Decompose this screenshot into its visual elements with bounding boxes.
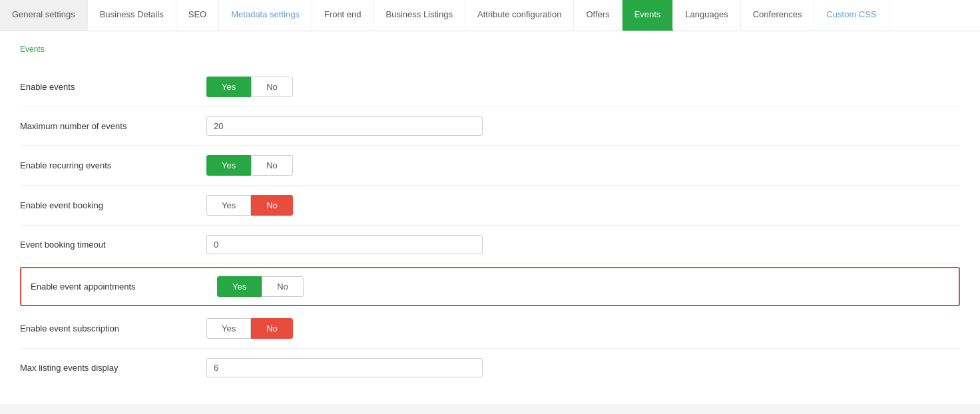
yes-button-enable-recurring-events[interactable]: Yes (206, 155, 251, 176)
setting-row-event-booking-timeout: Event booking timeout (20, 226, 960, 264)
setting-label-maximum-number-of-events: Maximum number of events (20, 121, 206, 131)
tab-front-end[interactable]: Front end (312, 0, 374, 31)
setting-row-enable-event-appointments: Enable event appointmentsYesNo (31, 276, 949, 297)
setting-label-enable-event-booking: Enable event booking (20, 200, 206, 210)
setting-label-enable-events: Enable events (20, 82, 206, 92)
yes-button-enable-event-booking[interactable]: Yes (206, 195, 251, 216)
no-button-enable-events[interactable]: No (251, 77, 293, 97)
yes-button-enable-event-appointments[interactable]: Yes (217, 276, 262, 297)
no-button-enable-event-appointments[interactable]: No (262, 276, 304, 297)
setting-control-max-listing-events-display (206, 358, 483, 377)
no-button-enable-event-booking[interactable]: No (251, 195, 293, 216)
input-max-listing-events-display[interactable] (206, 358, 483, 377)
setting-label-enable-event-appointments: Enable event appointments (31, 282, 217, 292)
input-maximum-number-of-events[interactable] (206, 116, 483, 136)
setting-label-enable-recurring-events: Enable recurring events (20, 160, 206, 170)
section-label: Events (20, 45, 960, 54)
tab-languages[interactable]: Languages (673, 0, 740, 31)
setting-control-event-booking-timeout (206, 235, 483, 254)
setting-control-enable-events: YesNo (206, 77, 293, 97)
yes-button-enable-event-subscription[interactable]: Yes (206, 318, 251, 339)
highlighted-setting-enable-event-appointments: Enable event appointmentsYesNo (20, 267, 960, 306)
setting-row-maximum-number-of-events: Maximum number of events (20, 107, 960, 146)
tab-conferences[interactable]: Conferences (741, 0, 815, 31)
settings-list: Enable eventsYesNoMaximum number of even… (20, 67, 960, 387)
tab-events[interactable]: Events (622, 0, 674, 31)
main-content: Events Enable eventsYesNoMaximum number … (0, 31, 980, 404)
tab-general-settings[interactable]: General settings (0, 0, 88, 31)
setting-row-enable-event-booking: Enable event bookingYesNo (20, 186, 960, 226)
setting-row-enable-recurring-events: Enable recurring eventsYesNo (20, 146, 960, 186)
setting-row-enable-event-subscription: Enable event subscriptionYesNo (20, 309, 960, 349)
tabs-bar: General settingsBusiness DetailsSEOMetad… (0, 0, 980, 31)
input-event-booking-timeout[interactable] (206, 235, 483, 254)
tab-offers[interactable]: Offers (574, 0, 622, 31)
setting-label-max-listing-events-display: Max listing events display (20, 363, 206, 373)
yes-button-enable-events[interactable]: Yes (206, 77, 251, 97)
setting-control-maximum-number-of-events (206, 116, 483, 136)
tab-business-listings[interactable]: Business Listings (374, 0, 465, 31)
tab-seo[interactable]: SEO (176, 0, 219, 31)
setting-control-enable-recurring-events: YesNo (206, 155, 293, 176)
setting-row-max-listing-events-display: Max listing events display (20, 349, 960, 387)
tab-business-details[interactable]: Business Details (88, 0, 176, 31)
setting-label-event-booking-timeout: Event booking timeout (20, 240, 206, 250)
tab-attribute-configuration[interactable]: Attribute configuration (465, 0, 574, 31)
no-button-enable-event-subscription[interactable]: No (251, 318, 293, 339)
setting-control-enable-event-booking: YesNo (206, 195, 293, 216)
setting-control-enable-event-appointments: YesNo (217, 276, 304, 297)
setting-label-enable-event-subscription: Enable event subscription (20, 323, 206, 333)
tab-custom-css[interactable]: Custom CSS (814, 0, 889, 31)
tab-metadata-settings[interactable]: Metadata settings (219, 0, 312, 31)
no-button-enable-recurring-events[interactable]: No (251, 155, 293, 176)
setting-row-enable-events: Enable eventsYesNo (20, 67, 960, 107)
setting-control-enable-event-subscription: YesNo (206, 318, 293, 339)
